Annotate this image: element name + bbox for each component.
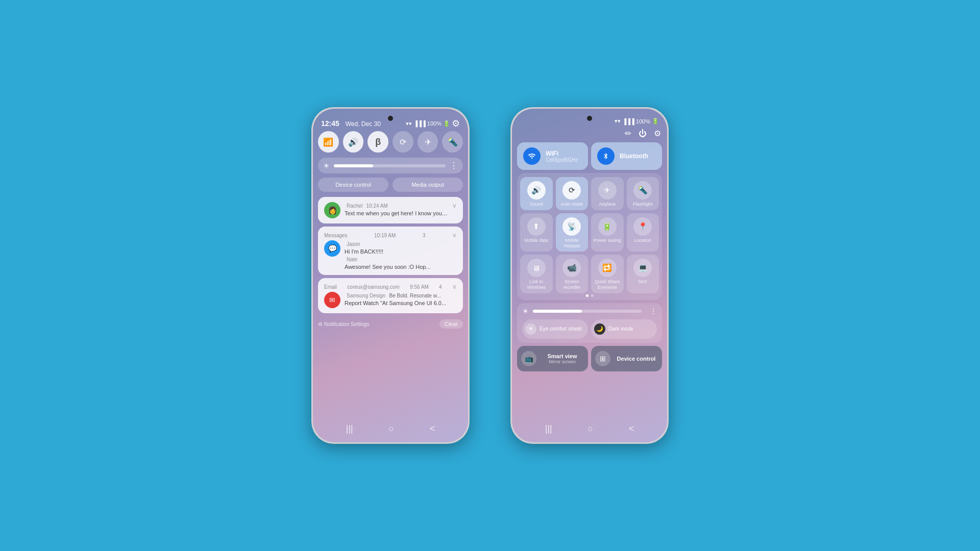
email-time: 9:56 AM [410, 284, 429, 290]
brightness-icon: ☀ [323, 162, 330, 170]
sound-tile-icon: 🔊 [527, 181, 546, 199]
link-windows-icon: 🖥 [527, 259, 546, 277]
quick-share-icon: 🔁 [598, 259, 617, 277]
messages-expand-icon[interactable]: ∨ [452, 232, 457, 239]
email-count: 4 [439, 284, 442, 290]
nate-text: Awesome! See you soon :O Hop... [345, 264, 457, 270]
qs-brightness-row: ☀ ⋮ [522, 307, 657, 315]
rachel-text: Text me when you get here! I know you're… [345, 210, 448, 216]
dark-mode-button[interactable]: 🌙 Dark mode [591, 319, 657, 339]
smart-view-label: Smart view [541, 353, 584, 359]
home-icon-2[interactable]: ○ [587, 423, 593, 434]
phone-2: ▾▾ ▐▐▐ 100% 🔋 ✏ ⏻ ⚙ WiFi [510, 107, 669, 444]
bluetooth-tile-text: Bluetooth [620, 153, 656, 160]
camera-cutout-2 [587, 116, 592, 121]
email-sender: Samsung Design Be Bold. Resonate w... [345, 292, 457, 299]
notification-footer: ⚙ Notification Settings Clear [318, 316, 463, 331]
location-tile[interactable]: 📍 Location [627, 213, 659, 252]
wide-tile-row: WiFi CellSpot5GHz Bluetooth [517, 142, 662, 170]
dark-mode-icon: 🌙 [594, 323, 605, 335]
auto-rotate-tile[interactable]: ⟳ Auto rotate [556, 177, 589, 210]
email-app-label: Email [324, 284, 337, 290]
dot-1 [586, 294, 589, 297]
nav-bar-1: ||| ○ < [313, 418, 468, 442]
qs-brightness-track[interactable] [533, 310, 642, 313]
mobile-data-tile[interactable]: ⬆ Mobile data [520, 213, 553, 252]
recent-apps-icon[interactable]: ||| [346, 423, 353, 434]
clear-button[interactable]: Clear [439, 319, 463, 329]
power-saving-icon: 🔋 [598, 217, 617, 236]
hotspot-tile[interactable]: 📡 Mobile Hotspot [556, 213, 589, 252]
settings-icon[interactable]: ⚙ [452, 118, 460, 129]
page-dots [520, 293, 659, 298]
recent-apps-icon-2[interactable]: ||| [545, 423, 552, 434]
mobile-data-label: Mobile data [524, 238, 548, 243]
device-control-label-2: Device control [615, 356, 658, 362]
quick-share-tile[interactable]: 🔁 Quick Share Everyone [591, 255, 624, 293]
brightness-track[interactable] [334, 164, 446, 167]
messages-avatar: 💬 [324, 240, 340, 257]
eye-comfort-button[interactable]: ☀ Eye comfort shield [522, 319, 588, 339]
media-output-button[interactable]: Media output [393, 178, 463, 192]
messages-app-label: Messages [324, 233, 348, 238]
wifi-wide-tile[interactable]: WiFi CellSpot5GHz [517, 142, 588, 170]
mobile-data-icon: ⬆ [527, 217, 546, 236]
settings-icon-2[interactable]: ⚙ [654, 129, 661, 138]
airplane-toggle[interactable]: ✈ [418, 131, 438, 153]
qs-header: ✏ ⏻ ⚙ [512, 127, 667, 142]
eye-comfort-label: Eye comfort shield [540, 326, 581, 332]
notification-messages[interactable]: Messages 10:19 AM 3 ∨ 💬 Jason Hi I'm BAC… [318, 227, 463, 275]
device-control-button[interactable]: Device control [318, 178, 388, 192]
sound-tile[interactable]: 🔊 Sound [520, 177, 553, 210]
dex-icon: 💻 [633, 259, 652, 277]
signal-icon: ▐▐▐ [413, 120, 425, 127]
dex-label: DeX [638, 279, 647, 285]
power-saving-label: Power saving [594, 238, 621, 243]
notification-settings-label[interactable]: ⚙ Notification Settings [318, 321, 369, 327]
qs-brightness-fill [533, 310, 582, 313]
device-control-icon: ⊞ [595, 351, 610, 366]
power-icon[interactable]: ⏻ [639, 129, 647, 138]
email-expand-icon[interactable]: ∨ [452, 283, 457, 290]
flashlight-tile[interactable]: 🔦 Flashlight [627, 177, 659, 210]
sound-toggle[interactable]: 🔊 [343, 131, 364, 153]
status-icons-2: ▾▾ ▐▐▐ 100% 🔋 [615, 118, 659, 124]
messages-time: 10:19 AM [374, 233, 396, 238]
qs-brightness-menu-icon[interactable]: ⋮ [650, 307, 657, 315]
bluetooth-wide-tile[interactable]: Bluetooth [591, 142, 662, 170]
power-saving-tile[interactable]: 🔋 Power saving [591, 213, 624, 252]
hotspot-icon: 📡 [562, 217, 581, 236]
link-windows-tile[interactable]: 🖥 Link to Windows [520, 255, 553, 293]
wifi-toggle[interactable]: 📶 [318, 131, 339, 153]
screen-recorder-tile[interactable]: 📹 Screen recorder [556, 255, 589, 293]
rachel-name: Rachel 10:24 AM [345, 202, 448, 209]
rachel-expand-icon[interactable]: ∨ [452, 202, 457, 209]
flashlight-tile-icon: 🔦 [633, 181, 652, 199]
notification-email[interactable]: Email coreux@samsung.com 9:56 AM 4 ∨ ✉ S… [318, 278, 463, 313]
dot-2 [591, 294, 594, 297]
airplane-tile[interactable]: ✈ Airplane [591, 177, 624, 210]
signal-status-icon: ▐▐▐ [622, 118, 634, 124]
edit-icon[interactable]: ✏ [625, 129, 631, 138]
home-icon[interactable]: ○ [388, 423, 394, 434]
camera-cutout [388, 116, 393, 121]
smart-view-button[interactable]: 📺 Smart view Mirror screen [517, 346, 588, 371]
back-icon-2[interactable]: < [629, 423, 634, 434]
brightness-bar[interactable]: ☀ ⋮ [318, 158, 463, 173]
bluetooth-toggle[interactable]: β [368, 131, 388, 153]
back-icon[interactable]: < [430, 423, 435, 434]
location-label: Location [634, 238, 651, 243]
dex-tile[interactable]: 💻 DeX [627, 255, 659, 293]
flashlight-toggle[interactable]: 🔦 [442, 131, 463, 153]
brightness-menu-icon[interactable]: ⋮ [450, 161, 458, 170]
rotate-toggle[interactable]: ⟳ [393, 131, 413, 153]
email-content: Samsung Design Be Bold. Resonate w... Re… [345, 292, 457, 306]
extra-buttons-row: ☀ Eye comfort shield 🌙 Dark mode [522, 319, 657, 339]
device-control-text: Device control [615, 356, 658, 362]
auto-rotate-label: Auto rotate [560, 202, 583, 207]
device-control-qs-button[interactable]: ⊞ Device control [591, 346, 662, 371]
screen-recorder-label: Screen recorder [558, 279, 586, 290]
battery-icon-2: 🔋 [652, 118, 659, 124]
quick-toggles: 📶 🔊 β ⟳ ✈ 🔦 [318, 131, 463, 153]
notification-rachel[interactable]: 👩 Rachel 10:24 AM Text me when you get h… [318, 197, 463, 223]
